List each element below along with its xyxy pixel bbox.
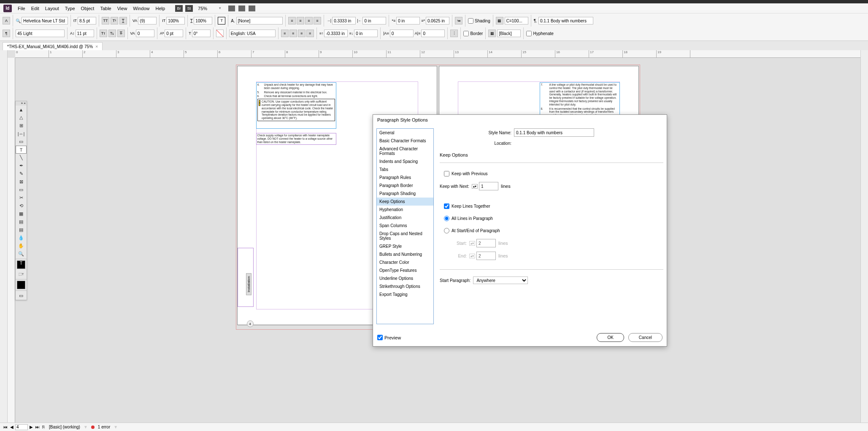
align-center-icon[interactable]: ≡ — [297, 17, 304, 24]
ok-button[interactable]: OK — [597, 333, 624, 342]
gradient-feather-tool[interactable]: ▤ — [16, 218, 27, 226]
first-line-field[interactable] — [396, 17, 420, 24]
align-justify-icon[interactable]: ≡ — [314, 17, 321, 24]
fill-swatch[interactable]: T — [218, 17, 225, 24]
menu-help[interactable]: Help — [155, 6, 165, 11]
category-item[interactable]: Paragraph Shading — [377, 190, 433, 198]
category-item[interactable]: Keep Options — [377, 198, 433, 206]
keep-next-field[interactable] — [479, 182, 498, 190]
line-tool[interactable]: ╲ — [16, 154, 27, 162]
vscale-field[interactable] — [166, 17, 185, 24]
hand-tool[interactable]: ✋ — [16, 242, 27, 250]
subscript-icon[interactable]: T₁ — [108, 30, 116, 37]
smallcaps-icon[interactable]: Tт — [100, 30, 107, 37]
category-item[interactable]: Export Tagging — [377, 290, 433, 298]
open-nav-icon[interactable]: ⎘ — [41, 425, 46, 429]
cell-style-icon[interactable]: ▦ — [496, 17, 503, 24]
page-tool[interactable]: ⊞ — [16, 122, 27, 130]
chevron-down-icon[interactable]: ▼ — [218, 6, 222, 10]
start-end-radio[interactable] — [444, 228, 449, 233]
error-count[interactable]: 1 error — [98, 425, 110, 429]
direct-selection-tool[interactable]: △ — [16, 114, 27, 122]
category-item[interactable]: OpenType Features — [377, 266, 433, 274]
pencil-tool[interactable]: ✎ — [16, 170, 27, 178]
category-item[interactable]: Bullets and Numbering — [377, 250, 433, 258]
type-tool[interactable]: T — [16, 146, 27, 154]
strikethrough-icon[interactable]: T̶ — [117, 30, 125, 37]
page-number-field[interactable] — [15, 424, 28, 430]
para-style-field[interactable] — [538, 17, 593, 24]
hscale-field[interactable] — [194, 17, 212, 24]
note-tool[interactable]: ▤ — [16, 226, 27, 234]
leading-field[interactable] — [76, 30, 94, 37]
category-item[interactable]: Hyphenation — [377, 206, 433, 214]
justify-full-icon[interactable]: ≡ — [306, 30, 314, 37]
pen-tool[interactable]: ✒ — [16, 162, 27, 170]
font-weight-field[interactable] — [16, 30, 65, 37]
error-indicator-icon[interactable] — [91, 426, 95, 429]
gap-tool[interactable]: |↔| — [16, 130, 27, 138]
allcaps-icon[interactable]: TT — [102, 17, 109, 24]
align-left-icon[interactable]: ≡ — [288, 17, 296, 24]
stock-icon[interactable]: St — [185, 5, 193, 12]
category-item[interactable]: General — [377, 129, 433, 137]
font-family-field[interactable] — [22, 17, 68, 24]
menu-type[interactable]: Type — [65, 6, 75, 11]
category-item[interactable]: Indents and Spacing — [377, 157, 433, 165]
view-mode-icon[interactable] — [228, 5, 235, 11]
gradient-swatch-tool[interactable]: ▦ — [16, 210, 27, 218]
text-frame[interactable]: 4.Unpack and check heater for any damage… — [256, 82, 336, 129]
underline-icon[interactable]: T̲ — [119, 17, 127, 24]
next-page-icon[interactable]: ▶ — [29, 425, 34, 429]
category-item[interactable]: GREP Style — [377, 242, 433, 250]
para-format-icon[interactable]: ¶ — [3, 30, 10, 37]
rectangle-tool[interactable]: ▭ — [16, 186, 27, 194]
keep-lines-together-checkbox[interactable] — [444, 203, 449, 209]
options-icon[interactable]: ⋮ — [450, 30, 458, 37]
justify-left-icon[interactable]: ≡ — [281, 30, 289, 37]
border-checkbox[interactable] — [463, 31, 469, 36]
font-size-field[interactable] — [78, 17, 96, 24]
category-item[interactable]: Paragraph Border — [377, 182, 433, 190]
first-page-icon[interactable]: ⏮ — [3, 425, 8, 429]
justify-right-icon[interactable]: ≡ — [298, 30, 306, 37]
stroke-style-field[interactable] — [497, 30, 521, 37]
justify-center-icon[interactable]: ≡ — [289, 30, 297, 37]
text-frame[interactable]: Check supply voltage for compliance with… — [256, 133, 336, 145]
right-indent-field[interactable] — [362, 17, 386, 24]
space-after-field[interactable] — [354, 30, 378, 37]
panel-handle[interactable]: » × — [16, 101, 27, 106]
superscript-icon[interactable]: T¹ — [111, 17, 118, 24]
content-collector-tool[interactable]: ▭ — [16, 138, 27, 146]
menu-object[interactable]: Object — [81, 6, 95, 11]
view-mode-toggle[interactable]: ▭ — [16, 292, 27, 300]
skew-field[interactable] — [192, 30, 211, 37]
category-item[interactable]: Character Color — [377, 258, 433, 266]
category-item[interactable]: Strikethrough Options — [377, 282, 433, 290]
align-right-icon[interactable]: ≡ — [305, 17, 313, 24]
prev-page-icon[interactable]: ◀ — [9, 425, 14, 429]
category-item[interactable]: Justification — [377, 214, 433, 222]
category-item[interactable]: Tabs — [377, 165, 433, 173]
arrange-icon[interactable] — [249, 5, 255, 11]
list-icon[interactable]: ≔ — [455, 17, 462, 24]
category-item[interactable]: Advanced Character Formats — [377, 145, 433, 157]
grid1-field[interactable] — [390, 30, 414, 37]
menu-table[interactable]: Table — [100, 6, 111, 11]
menu-layout[interactable]: Layout — [45, 6, 59, 11]
screen-mode-icon[interactable] — [238, 5, 245, 11]
preview-checkbox[interactable] — [377, 335, 383, 340]
cancel-button[interactable]: Cancel — [628, 333, 662, 342]
cell-style-field[interactable] — [505, 17, 528, 24]
left-indent-field[interactable] — [332, 17, 356, 24]
last-line-field[interactable] — [426, 17, 449, 24]
fill-stroke-swatch[interactable]: T — [17, 260, 25, 269]
zoom-level[interactable]: 75% — [198, 6, 207, 11]
close-icon[interactable]: × — [95, 44, 98, 49]
language-field[interactable] — [229, 30, 276, 37]
none-swatch-icon[interactable] — [216, 30, 224, 37]
color-swatch[interactable] — [17, 281, 25, 289]
default-fill-stroke[interactable]: ⬚T — [16, 270, 27, 278]
char-style-field[interactable] — [236, 17, 283, 24]
rectangle-frame-tool[interactable]: ⊠ — [16, 178, 27, 186]
